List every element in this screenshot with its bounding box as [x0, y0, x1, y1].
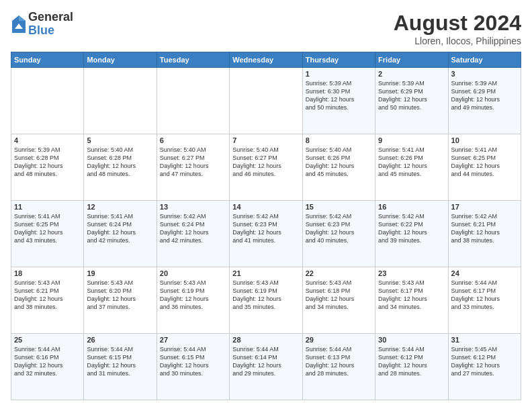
- calendar-cell: 6Sunrise: 5:40 AM Sunset: 6:27 PM Daylig…: [157, 134, 229, 201]
- cell-info: Sunrise: 5:39 AM Sunset: 6:28 PM Dayligh…: [14, 146, 81, 179]
- calendar-cell: [84, 68, 157, 134]
- day-number: 22: [306, 269, 372, 277]
- day-number: 5: [87, 136, 153, 144]
- cell-info: Sunrise: 5:44 AM Sunset: 6:14 PM Dayligh…: [232, 345, 299, 378]
- calendar-cell: [157, 68, 229, 134]
- cell-info: Sunrise: 5:42 AM Sunset: 6:22 PM Dayligh…: [378, 212, 445, 245]
- day-number: 8: [306, 136, 372, 144]
- calendar-cell: 15Sunrise: 5:42 AM Sunset: 6:23 PM Dayli…: [302, 201, 375, 267]
- calendar-cell: 1Sunrise: 5:39 AM Sunset: 6:30 PM Daylig…: [302, 68, 375, 134]
- calendar-cell: 20Sunrise: 5:43 AM Sunset: 6:19 PM Dayli…: [157, 267, 229, 334]
- day-number: 28: [232, 336, 299, 344]
- calendar-header-monday: Monday: [84, 52, 157, 68]
- cell-info: Sunrise: 5:42 AM Sunset: 6:21 PM Dayligh…: [451, 212, 518, 245]
- calendar-cell: 29Sunrise: 5:44 AM Sunset: 6:13 PM Dayli…: [302, 334, 375, 400]
- calendar-week-4: 18Sunrise: 5:43 AM Sunset: 6:21 PM Dayli…: [11, 267, 521, 334]
- cell-info: Sunrise: 5:43 AM Sunset: 6:18 PM Dayligh…: [306, 279, 372, 312]
- cell-info: Sunrise: 5:43 AM Sunset: 6:19 PM Dayligh…: [160, 279, 226, 312]
- cell-info: Sunrise: 5:41 AM Sunset: 6:26 PM Dayligh…: [378, 146, 445, 179]
- cell-info: Sunrise: 5:43 AM Sunset: 6:17 PM Dayligh…: [378, 279, 445, 312]
- calendar-cell: 4Sunrise: 5:39 AM Sunset: 6:28 PM Daylig…: [11, 134, 84, 201]
- calendar-week-1: 1Sunrise: 5:39 AM Sunset: 6:30 PM Daylig…: [11, 68, 521, 134]
- cell-info: Sunrise: 5:42 AM Sunset: 6:24 PM Dayligh…: [160, 212, 226, 245]
- calendar-header-row: SundayMondayTuesdayWednesdayThursdayFrid…: [11, 52, 521, 68]
- title-section: August 2024 Lloren, Ilocos, Philippines: [394, 11, 521, 46]
- logo-icon: [11, 14, 27, 34]
- cell-info: Sunrise: 5:43 AM Sunset: 6:19 PM Dayligh…: [232, 279, 299, 312]
- day-number: 7: [232, 136, 299, 144]
- day-number: 29: [306, 336, 372, 344]
- logo-general: General: [28, 11, 73, 24]
- calendar-cell: 7Sunrise: 5:40 AM Sunset: 6:27 PM Daylig…: [230, 134, 302, 201]
- calendar-cell: 22Sunrise: 5:43 AM Sunset: 6:18 PM Dayli…: [302, 267, 375, 334]
- calendar-cell: 11Sunrise: 5:41 AM Sunset: 6:25 PM Dayli…: [11, 201, 84, 267]
- cell-info: Sunrise: 5:39 AM Sunset: 6:29 PM Dayligh…: [378, 79, 445, 112]
- calendar-cell: [230, 68, 302, 134]
- calendar-cell: 27Sunrise: 5:44 AM Sunset: 6:15 PM Dayli…: [157, 334, 229, 400]
- calendar-cell: 9Sunrise: 5:41 AM Sunset: 6:26 PM Daylig…: [375, 134, 448, 201]
- calendar-header-thursday: Thursday: [302, 52, 375, 68]
- day-number: 30: [378, 336, 445, 344]
- day-number: 19: [87, 269, 153, 277]
- calendar-cell: 5Sunrise: 5:40 AM Sunset: 6:28 PM Daylig…: [84, 134, 157, 201]
- calendar-cell: 14Sunrise: 5:42 AM Sunset: 6:23 PM Dayli…: [230, 201, 302, 267]
- month-year: August 2024: [394, 11, 521, 36]
- day-number: 10: [451, 136, 518, 144]
- calendar-cell: [11, 68, 84, 134]
- calendar-week-2: 4Sunrise: 5:39 AM Sunset: 6:28 PM Daylig…: [11, 134, 521, 201]
- calendar-header-sunday: Sunday: [11, 52, 84, 68]
- cell-info: Sunrise: 5:41 AM Sunset: 6:25 PM Dayligh…: [451, 146, 518, 179]
- day-number: 6: [160, 136, 226, 144]
- calendar-cell: 17Sunrise: 5:42 AM Sunset: 6:21 PM Dayli…: [448, 201, 521, 267]
- calendar-cell: 24Sunrise: 5:44 AM Sunset: 6:17 PM Dayli…: [448, 267, 521, 334]
- logo: General Blue: [11, 11, 73, 38]
- calendar-cell: 28Sunrise: 5:44 AM Sunset: 6:14 PM Dayli…: [230, 334, 302, 400]
- svg-marker-1: [19, 15, 26, 21]
- calendar-cell: 30Sunrise: 5:44 AM Sunset: 6:12 PM Dayli…: [375, 334, 448, 400]
- cell-info: Sunrise: 5:44 AM Sunset: 6:12 PM Dayligh…: [378, 345, 445, 378]
- calendar-cell: 2Sunrise: 5:39 AM Sunset: 6:29 PM Daylig…: [375, 68, 448, 134]
- cell-info: Sunrise: 5:41 AM Sunset: 6:25 PM Dayligh…: [14, 212, 81, 245]
- day-number: 20: [160, 269, 226, 277]
- calendar-cell: 8Sunrise: 5:40 AM Sunset: 6:26 PM Daylig…: [302, 134, 375, 201]
- calendar-header-friday: Friday: [375, 52, 448, 68]
- cell-info: Sunrise: 5:40 AM Sunset: 6:26 PM Dayligh…: [306, 146, 372, 179]
- calendar-cell: 18Sunrise: 5:43 AM Sunset: 6:21 PM Dayli…: [11, 267, 84, 334]
- cell-info: Sunrise: 5:42 AM Sunset: 6:23 PM Dayligh…: [306, 212, 372, 245]
- calendar-cell: 21Sunrise: 5:43 AM Sunset: 6:19 PM Dayli…: [230, 267, 302, 334]
- calendar-cell: 10Sunrise: 5:41 AM Sunset: 6:25 PM Dayli…: [448, 134, 521, 201]
- day-number: 26: [87, 336, 153, 344]
- day-number: 17: [451, 203, 518, 211]
- cell-info: Sunrise: 5:39 AM Sunset: 6:29 PM Dayligh…: [451, 79, 518, 112]
- calendar-cell: 16Sunrise: 5:42 AM Sunset: 6:22 PM Dayli…: [375, 201, 448, 267]
- logo-blue: Blue: [28, 24, 73, 38]
- calendar-cell: 31Sunrise: 5:45 AM Sunset: 6:12 PM Dayli…: [448, 334, 521, 400]
- day-number: 9: [378, 136, 445, 144]
- day-number: 1: [306, 70, 372, 78]
- day-number: 14: [232, 203, 299, 211]
- cell-info: Sunrise: 5:40 AM Sunset: 6:27 PM Dayligh…: [160, 146, 226, 179]
- location: Lloren, Ilocos, Philippines: [394, 36, 521, 46]
- calendar-header-tuesday: Tuesday: [157, 52, 229, 68]
- calendar-cell: 23Sunrise: 5:43 AM Sunset: 6:17 PM Dayli…: [375, 267, 448, 334]
- cell-info: Sunrise: 5:44 AM Sunset: 6:15 PM Dayligh…: [160, 345, 226, 378]
- cell-info: Sunrise: 5:45 AM Sunset: 6:12 PM Dayligh…: [451, 345, 518, 378]
- day-number: 12: [87, 203, 153, 211]
- cell-info: Sunrise: 5:44 AM Sunset: 6:16 PM Dayligh…: [14, 345, 81, 378]
- day-number: 15: [306, 203, 372, 211]
- day-number: 27: [160, 336, 226, 344]
- calendar-cell: 25Sunrise: 5:44 AM Sunset: 6:16 PM Dayli…: [11, 334, 84, 400]
- calendar-cell: 13Sunrise: 5:42 AM Sunset: 6:24 PM Dayli…: [157, 201, 229, 267]
- cell-info: Sunrise: 5:42 AM Sunset: 6:23 PM Dayligh…: [232, 212, 299, 245]
- day-number: 2: [378, 70, 445, 78]
- page: General Blue August 2024 Lloren, Ilocos,…: [0, 0, 532, 411]
- day-number: 31: [451, 336, 518, 344]
- day-number: 25: [14, 336, 81, 344]
- day-number: 11: [14, 203, 81, 211]
- calendar-cell: 26Sunrise: 5:44 AM Sunset: 6:15 PM Dayli…: [84, 334, 157, 400]
- cell-info: Sunrise: 5:40 AM Sunset: 6:27 PM Dayligh…: [232, 146, 299, 179]
- calendar-cell: 19Sunrise: 5:43 AM Sunset: 6:20 PM Dayli…: [84, 267, 157, 334]
- calendar-week-5: 25Sunrise: 5:44 AM Sunset: 6:16 PM Dayli…: [11, 334, 521, 400]
- day-number: 13: [160, 203, 226, 211]
- day-number: 24: [451, 269, 518, 277]
